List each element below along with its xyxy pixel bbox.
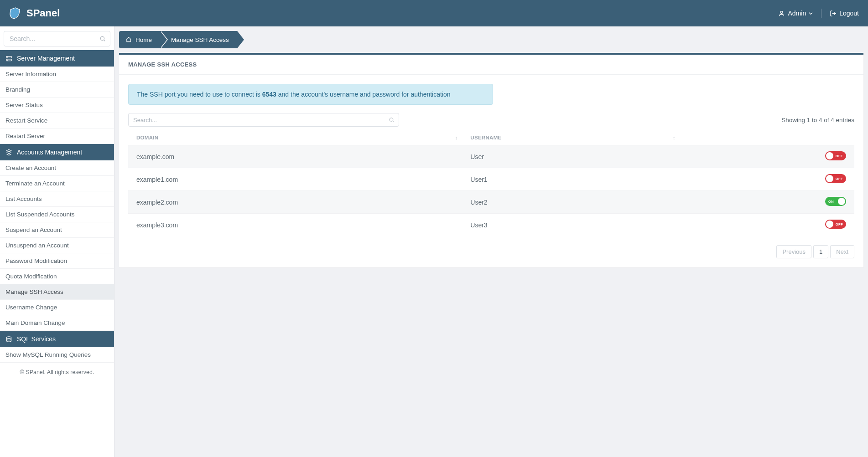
info-prefix: The SSH port you need to use to connect … (137, 91, 262, 98)
sidebar-item[interactable]: List Accounts (0, 191, 114, 207)
cell-domain: example.com (128, 145, 462, 168)
info-port: 6543 (262, 91, 276, 98)
sidebar-item[interactable]: Terminate an Account (0, 176, 114, 191)
sidebar-item[interactable]: Restart Service (0, 113, 114, 128)
col-username[interactable]: USERNAME ↕ (462, 130, 680, 145)
breadcrumb-home[interactable]: Home (119, 31, 160, 48)
table-body: example.comUserOFFexample1.comUser1OFFex… (128, 145, 854, 236)
cell-username: User3 (462, 214, 680, 236)
admin-label: Admin (788, 10, 806, 17)
logout-icon (830, 10, 837, 17)
sidebar-item[interactable]: Username Change (0, 300, 114, 315)
sidebar-section-sql-services[interactable]: SQL Services (0, 331, 114, 347)
pagination-previous[interactable]: Previous (776, 245, 811, 258)
cell-toggle: ON (680, 191, 854, 214)
sort-icon: ↕ (455, 135, 458, 140)
svg-point-6 (7, 336, 11, 338)
main: Home Manage SSH Access MANAGE SSH ACCESS… (114, 26, 868, 457)
sidebar-item[interactable]: Show MySQL Running Queries (0, 347, 114, 363)
svg-point-7 (390, 118, 393, 122)
page-title: MANAGE SSH ACCESS (119, 55, 863, 75)
toggle-label: ON (828, 200, 834, 204)
sidebar-section-server-management[interactable]: Server Management (0, 50, 114, 67)
cell-toggle: OFF (680, 145, 854, 168)
cell-domain: example1.com (128, 168, 462, 191)
sidebar-item[interactable]: Server Information (0, 67, 114, 82)
table-row: example1.comUser1OFF (128, 168, 854, 191)
header: SPanel Admin Logout (0, 0, 868, 26)
svg-point-5 (7, 60, 8, 60)
sidebar-item[interactable]: Restart Server (0, 128, 114, 144)
server-management-icon (5, 55, 12, 62)
sidebar-item[interactable]: Unsuspend an Account (0, 238, 114, 253)
sidebar-item[interactable]: Branding (0, 82, 114, 98)
cell-domain: example3.com (128, 214, 462, 236)
svg-point-0 (780, 11, 783, 13)
sidebar-item[interactable]: Server Status (0, 98, 114, 113)
svg-point-1 (100, 36, 104, 40)
pagination-page[interactable]: 1 (813, 245, 828, 258)
sidebar: Server ManagementServer InformationBrand… (0, 26, 114, 457)
breadcrumb: Home Manage SSH Access (119, 31, 863, 48)
sidebar-section-label: SQL Services (17, 335, 56, 343)
page-card: MANAGE SSH ACCESS The SSH port you need … (119, 53, 863, 267)
card-body: The SSH port you need to use to connect … (119, 75, 863, 267)
cell-domain: example2.com (128, 191, 462, 214)
toggle-knob (826, 175, 833, 182)
toggle-knob (826, 221, 833, 228)
info-suffix: and the account's username and password … (276, 91, 451, 98)
toggle-knob (826, 152, 833, 159)
ssh-toggle[interactable]: OFF (825, 220, 846, 229)
sidebar-section-label: Server Management (17, 55, 75, 62)
breadcrumb-current-label: Manage SSH Access (171, 36, 229, 43)
breadcrumb-current[interactable]: Manage SSH Access (160, 31, 237, 48)
table-controls: Showing 1 to 4 of 4 entries (128, 113, 854, 127)
table-row: example.comUserOFF (128, 145, 854, 168)
cell-username: User2 (462, 191, 680, 214)
header-right: Admin Logout (778, 9, 859, 18)
logout-label: Logout (839, 10, 859, 17)
logout-link[interactable]: Logout (830, 10, 859, 17)
sidebar-item[interactable]: Password Modification (0, 253, 114, 269)
table-search (128, 113, 399, 127)
user-icon (778, 10, 785, 17)
admin-menu[interactable]: Admin (778, 10, 813, 17)
logo-icon (9, 7, 22, 20)
table-row: example3.comUser3OFF (128, 214, 854, 236)
sidebar-section-accounts-management[interactable]: Accounts Management (0, 144, 114, 160)
cell-username: User (462, 145, 680, 168)
sidebar-footer: © SPanel. All rights reserved. (0, 363, 114, 382)
cell-toggle: OFF (680, 214, 854, 236)
col-domain[interactable]: DOMAIN ↕ (128, 130, 462, 145)
search-icon (99, 36, 106, 42)
sidebar-item[interactable]: Create an Account (0, 160, 114, 176)
sidebar-item[interactable]: Suspend an Account (0, 222, 114, 238)
brand-text: SPanel (26, 7, 60, 19)
breadcrumb-home-label: Home (135, 36, 152, 43)
sidebar-section-label: Accounts Management (17, 149, 82, 156)
sidebar-item[interactable]: List Suspended Accounts (0, 207, 114, 222)
svg-point-4 (7, 57, 8, 57)
sort-icon: ↕ (673, 135, 676, 140)
home-icon (125, 36, 132, 43)
sidebar-item[interactable]: Main Domain Change (0, 315, 114, 331)
sidebar-item[interactable]: Manage SSH Access (0, 284, 114, 300)
toggle-label: OFF (836, 154, 843, 158)
toggle-label: OFF (836, 222, 843, 226)
search-icon (389, 117, 395, 123)
sidebar-item[interactable]: Quota Modification (0, 269, 114, 284)
table-search-input[interactable] (128, 113, 399, 127)
toggle-knob (838, 198, 845, 205)
ssh-toggle[interactable]: OFF (825, 174, 846, 183)
entries-info: Showing 1 to 4 of 4 entries (781, 117, 854, 123)
brand[interactable]: SPanel (9, 7, 60, 20)
sidebar-search-input[interactable] (4, 31, 110, 46)
ssh-toggle[interactable]: OFF (825, 151, 846, 160)
pagination-next[interactable]: Next (830, 245, 854, 258)
ssh-toggle[interactable]: ON (825, 197, 846, 206)
toggle-label: OFF (836, 177, 843, 181)
ssh-port-info: The SSH port you need to use to connect … (128, 84, 493, 105)
cell-username: User1 (462, 168, 680, 191)
table-row: example2.comUser2ON (128, 191, 854, 214)
pagination: Previous1Next (128, 245, 854, 258)
